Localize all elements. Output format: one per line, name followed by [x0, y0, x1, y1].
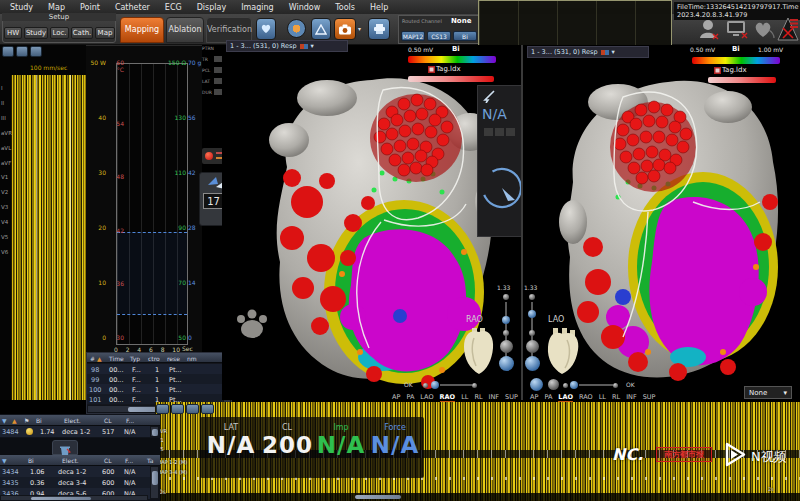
view1-lao-button[interactable]: LAO	[420, 393, 433, 401]
view1-pan-dot-right[interactable]	[472, 383, 477, 388]
filter-icon[interactable]: ▼	[2, 417, 7, 424]
view1-rl-button[interactable]: RL	[474, 393, 482, 401]
signal-popup-window[interactable]	[478, 0, 672, 47]
na-box-3[interactable]	[506, 128, 515, 136]
menu-map[interactable]: Map	[48, 3, 65, 12]
field-scaling-button[interactable]	[311, 18, 331, 40]
tableB-vscrollbar[interactable]	[150, 466, 159, 499]
tab-ablation[interactable]: Ablation	[166, 17, 204, 43]
snapshot-button[interactable]	[334, 18, 356, 40]
setup-loc-button[interactable]: Loc.	[50, 27, 69, 39]
view2-ll-button[interactable]: LL	[599, 393, 606, 401]
view2-rotate-button-2[interactable]	[548, 379, 559, 390]
view1-pan-track[interactable]	[440, 384, 472, 386]
view2-zoom-handle[interactable]	[528, 310, 536, 318]
menu-help[interactable]: Help	[370, 3, 388, 12]
routed-bi-button[interactable]: Bi	[453, 31, 477, 41]
view1-orientation-heart-icon[interactable]	[460, 326, 498, 376]
tableA-header[interactable]: ▼ ▲ ⚑ Bi Elect. CL F...	[0, 415, 160, 426]
tableB-row-3434[interactable]: 3434 1.06 deca 1-2 600 N/A	[0, 466, 150, 477]
view1-rotate-button[interactable]	[500, 340, 513, 353]
tableA-vscrollbar[interactable]	[150, 426, 159, 437]
caliper-line-2[interactable]	[70, 75, 71, 400]
point-row-99[interactable]: 99 00... F... 1 Pt...	[87, 374, 223, 384]
view2-rotate-button[interactable]	[526, 340, 539, 353]
view2-ap-button[interactable]: AP	[530, 393, 538, 401]
menu-catheter[interactable]: Catheter	[115, 3, 150, 12]
view1-ap-button[interactable]: AP	[392, 393, 400, 401]
tableB-hscrollbar[interactable]	[0, 495, 148, 501]
reference-patch-icon[interactable]	[753, 20, 775, 40]
ecg-tool-button-3[interactable]	[30, 46, 42, 57]
point-row-100[interactable]: 100 00... F... 1 Pt...	[87, 384, 223, 394]
view2-rl-button[interactable]: RL	[612, 393, 620, 401]
view1-header[interactable]: 1 - 3... (531, 0) Resp ▾	[226, 40, 348, 52]
tableB-row-3435[interactable]: 3435 0.36 deca 3-4 600 N/A	[0, 477, 150, 488]
view1-voltage-colorbar[interactable]	[408, 56, 496, 63]
menu-study[interactable]: Study	[10, 3, 33, 12]
strip-tool-1[interactable]	[156, 404, 169, 414]
view1-globe-button[interactable]	[499, 356, 514, 371]
strip-tool-4[interactable]	[201, 404, 214, 414]
view1-ll-button[interactable]: LL	[461, 393, 468, 401]
point-row-98[interactable]: 98 00... F... 1 Pt...	[87, 364, 223, 374]
tableB-header[interactable]: ▼ Bi Elect. CL F... Ta	[0, 455, 160, 466]
view2-inf-button[interactable]: INF	[626, 393, 637, 401]
view2-header-chevron[interactable]: ▾	[612, 48, 615, 56]
na-box-2[interactable]	[495, 128, 504, 136]
view2-globe-button-2[interactable]	[530, 378, 543, 391]
routed-map12-button[interactable]: MAP12	[401, 31, 425, 41]
view2-zoom-dot-top[interactable]	[529, 294, 535, 300]
view1-zoom-dot-top[interactable]	[503, 294, 509, 300]
compass-button[interactable]	[287, 19, 306, 38]
view2-voltage-colorbar[interactable]	[692, 57, 780, 64]
view2-pan-handle[interactable]	[570, 381, 578, 389]
view2-orientation-heart-icon[interactable]	[543, 326, 583, 376]
caliper-line-1[interactable]	[36, 75, 37, 400]
snapshot-dropdown-chevron[interactable]: ▾	[358, 25, 361, 32]
points-table-header[interactable]: # ▲ Time Typ ctro rese nm	[87, 353, 231, 363]
strip-tool-3[interactable]	[186, 404, 199, 414]
view2-tag-colorbar[interactable]	[708, 77, 776, 83]
menu-imaging[interactable]: Imaging	[241, 3, 274, 12]
view1-pa-button[interactable]: PA	[406, 393, 414, 401]
view2-header[interactable]: 1 - 3... (531, 0) Resp ▾	[527, 46, 649, 58]
heart-map-button[interactable]	[256, 18, 276, 40]
deleted-points-tab[interactable]	[52, 440, 78, 455]
view2-globe-button[interactable]	[525, 356, 540, 371]
ecg-tool-button-2[interactable]	[16, 46, 28, 57]
view1-zoom-handle[interactable]	[502, 316, 510, 324]
view2-pa-button[interactable]: PA	[544, 393, 552, 401]
view2-rao-button[interactable]: RAO	[579, 393, 593, 401]
overlay-dropdown[interactable]: None▾	[744, 386, 792, 399]
tableA-row-3484[interactable]: 3484 1.74 deca 1-2 517 N/A	[0, 426, 150, 437]
setup-map-button[interactable]: Map	[95, 27, 115, 39]
view1-sup-button[interactable]: SUP	[505, 393, 518, 401]
view2-pan-dot-right[interactable]	[613, 383, 618, 388]
view1-tag-colorbar[interactable]	[408, 76, 494, 82]
menu-ecg[interactable]: ECG	[165, 3, 182, 12]
setup-study-button[interactable]: Study	[24, 27, 48, 39]
view1-pan-handle[interactable]	[431, 381, 439, 389]
view2-pan-dot-left[interactable]	[563, 383, 568, 388]
ecg-tool-button-1[interactable]	[2, 46, 14, 57]
strip-tool-2[interactable]	[171, 404, 184, 414]
routed-cs13-button[interactable]: CS13	[427, 31, 451, 41]
patient-icon[interactable]	[698, 18, 720, 40]
setup-hw-button[interactable]: HW	[4, 27, 22, 39]
sortA-icon[interactable]: ▲	[12, 417, 17, 424]
print-button[interactable]	[368, 18, 390, 40]
view1-ok-button[interactable]: OK	[404, 382, 413, 388]
filterB-icon[interactable]: ▼	[2, 457, 7, 464]
setup-cath-button[interactable]: Cath.	[71, 27, 93, 39]
annotation-scrollbar[interactable]	[155, 493, 800, 501]
view1-zoom-dot-bottom[interactable]	[503, 330, 509, 336]
orientation-gauge[interactable]	[480, 142, 524, 234]
monitor-icon[interactable]	[725, 19, 749, 40]
tab-mapping[interactable]: Mapping	[120, 17, 164, 43]
view1-inf-button[interactable]: INF	[489, 393, 500, 401]
view2-zoom-dot-bottom[interactable]	[529, 330, 535, 336]
menu-window[interactable]: Window	[289, 3, 321, 12]
paw-marker-icon[interactable]	[234, 304, 270, 342]
view2-sup-button[interactable]: SUP	[643, 393, 656, 401]
